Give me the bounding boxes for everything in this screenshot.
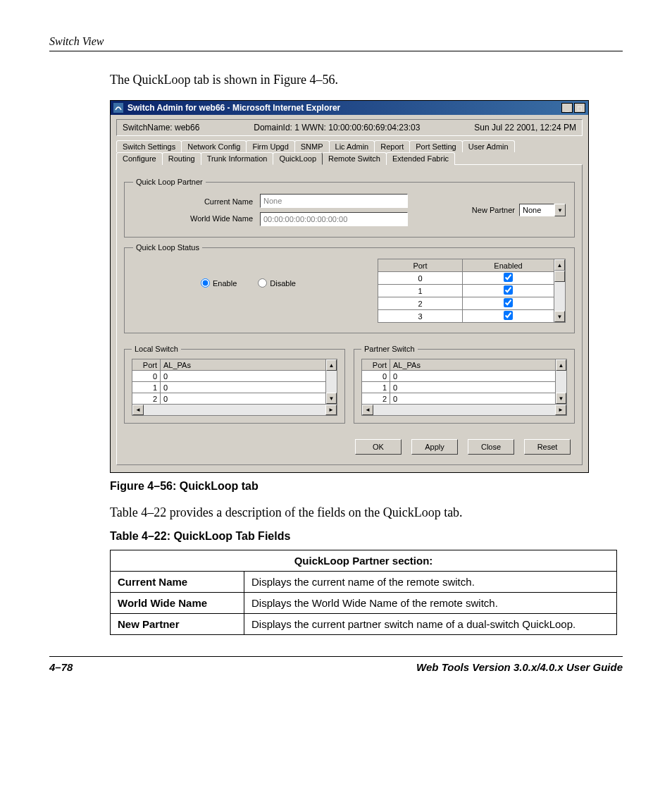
scroll-up-icon[interactable]: ▲ — [556, 359, 566, 371]
status-scrollbar[interactable]: ▲ ▼ — [554, 259, 566, 323]
enable-radio[interactable] — [201, 278, 210, 288]
partner-vscroll[interactable]: ▲ ▼ — [556, 359, 567, 405]
enabled-cell — [463, 285, 554, 297]
alpa-cell: 0 — [390, 371, 556, 382]
fields-table: QuickLoop Partner section: Current NameD… — [110, 550, 617, 635]
wwn-field[interactable] — [260, 212, 408, 226]
local-hscroll[interactable]: ◄ ► — [132, 405, 337, 416]
field-name-cell: New Partner — [111, 614, 244, 635]
port-enabled-checkbox[interactable] — [504, 311, 513, 320]
quickloop-partner-group: Quick Loop Partner Current Name World Wi… — [124, 178, 575, 238]
tab-configure[interactable]: Configure — [116, 152, 163, 165]
port-cell: 1 — [132, 382, 161, 393]
partner-hscroll[interactable]: ◄ ► — [361, 405, 567, 416]
new-partner-label: New Partner — [472, 206, 515, 214]
tab-quickloop[interactable]: QuickLoop — [273, 152, 323, 165]
port-cell: 0 — [132, 371, 161, 382]
scroll-up-icon[interactable]: ▲ — [326, 359, 337, 371]
port-cell: 2 — [362, 393, 390, 405]
enable-text: Enable — [213, 279, 237, 288]
tab-trunk-information[interactable]: Trunk Information — [201, 152, 274, 165]
port-cell: 2 — [132, 393, 161, 405]
reset-button[interactable]: Reset — [524, 439, 571, 455]
enabled-header: Enabled — [463, 259, 554, 272]
tab-firm-upgd[interactable]: Firm Upgd — [246, 140, 294, 152]
tab-user-admin[interactable]: User Admin — [462, 140, 515, 152]
scroll-left-icon[interactable]: ◄ — [132, 405, 144, 415]
table-row: 3 — [378, 310, 554, 323]
field-desc-cell: Displays the World Wide Name of the remo… — [244, 593, 617, 614]
port-cell: 1 — [362, 382, 390, 393]
local-port-header: Port — [132, 359, 161, 371]
scroll-up-icon[interactable]: ▲ — [554, 259, 565, 271]
local-vscroll[interactable]: ▲ ▼ — [326, 359, 337, 405]
window-title: Switch Admin for web66 - Microsoft Inter… — [127, 103, 340, 113]
timestamp-text: Sun Jul 22 2001, 12:24 PM — [474, 123, 576, 133]
minimize-button[interactable]: _ — [561, 103, 573, 113]
tab-lic-admin[interactable]: Lic Admin — [329, 140, 375, 152]
page-number: 4–78 — [49, 661, 73, 673]
field-desc-cell: Displays the current partner switch name… — [244, 614, 617, 635]
scroll-left-icon[interactable]: ◄ — [362, 405, 373, 415]
footer-rule — [49, 656, 623, 657]
tab-port-setting[interactable]: Port Setting — [409, 140, 462, 152]
port-cell: 0 — [362, 371, 390, 382]
scroll-thumb[interactable] — [554, 271, 565, 282]
alpa-cell: 0 — [390, 382, 556, 393]
status-legend: Quick Loop Status — [133, 243, 202, 252]
alpa-cell: 0 — [161, 382, 326, 393]
table-row: 10 — [132, 382, 326, 393]
scroll-right-icon[interactable]: ► — [325, 405, 337, 415]
tab-remote-switch[interactable]: Remote Switch — [322, 152, 387, 165]
alpa-cell: 0 — [161, 371, 326, 382]
table-row: 20 — [362, 393, 556, 405]
port-status-table: Port Enabled 0123 — [378, 259, 554, 323]
enabled-cell — [463, 272, 554, 285]
local-switch-group: Local Switch Port AL_PAs 001020 — [124, 345, 345, 424]
partner-switch-table: Port AL_PAs 001020 — [361, 359, 556, 405]
port-enabled-checkbox[interactable] — [504, 273, 513, 282]
tab-routing[interactable]: Routing — [162, 152, 201, 165]
domain-wwn-text: DomainId: 1 WWN: 10:00:00:60:69:04:23:03 — [254, 123, 420, 133]
apply-button[interactable]: Apply — [411, 439, 458, 455]
scroll-down-icon[interactable]: ▼ — [556, 393, 566, 404]
enable-radio-label[interactable]: Enable — [201, 278, 237, 288]
scroll-down-icon[interactable]: ▼ — [326, 393, 337, 404]
header-rule — [49, 51, 623, 51]
switch-name-text: SwitchName: web66 — [123, 123, 199, 133]
table-section-header: QuickLoop Partner section: — [111, 550, 617, 572]
new-partner-dropdown-button[interactable]: ▼ — [554, 204, 566, 216]
tab-report[interactable]: Report — [374, 140, 410, 152]
table-row: 2 — [378, 297, 554, 310]
tab-extended-fabric[interactable]: Extended Fabric — [386, 152, 455, 165]
table-row: World Wide NameDisplays the World Wide N… — [111, 593, 617, 614]
port-enabled-checkbox[interactable] — [504, 298, 513, 307]
svg-rect-0 — [113, 103, 123, 113]
scroll-down-icon[interactable]: ▼ — [554, 311, 565, 322]
close-button[interactable]: Close — [468, 439, 514, 455]
current-name-field[interactable] — [260, 194, 408, 208]
port-enabled-checkbox[interactable] — [504, 285, 513, 295]
disable-radio-label[interactable]: Disable — [258, 278, 296, 288]
intro-text: The QuickLoop tab is shown in Figure 4–5… — [110, 73, 623, 87]
maximize-button[interactable]: □ — [574, 103, 585, 113]
table-row: Current NameDisplays the current name of… — [111, 572, 617, 593]
tab-network-config[interactable]: Network Config — [181, 140, 247, 152]
ok-button[interactable]: OK — [355, 439, 402, 455]
partner-switch-group: Partner Switch Port AL_PAs 001020 — [354, 345, 575, 424]
partner-alpa-header: AL_PAs — [390, 359, 556, 371]
table-row: 00 — [132, 371, 326, 382]
port-header: Port — [378, 259, 463, 272]
table-row: 0 — [378, 272, 554, 285]
local-alpa-header: AL_PAs — [161, 359, 326, 371]
port-cell: 1 — [378, 285, 463, 297]
tab-snmp[interactable]: SNMP — [294, 140, 330, 152]
table-row: 1 — [378, 285, 554, 297]
new-partner-select[interactable] — [519, 204, 554, 216]
scroll-right-icon[interactable]: ► — [555, 405, 566, 415]
tab-switch-settings[interactable]: Switch Settings — [116, 140, 182, 152]
partner-legend: Partner Switch — [361, 345, 418, 353]
table-row: 20 — [132, 393, 326, 405]
disable-text: Disable — [270, 279, 296, 288]
disable-radio[interactable] — [258, 278, 267, 288]
